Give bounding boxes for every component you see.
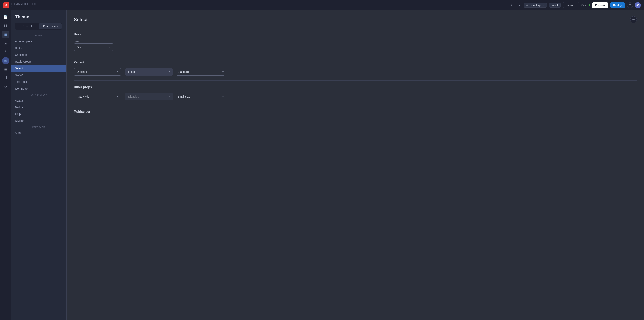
project-name: [ProServ] Jebel-FT: Home: [12, 2, 37, 5]
auto-width-select[interactable]: Auto Width ▾: [74, 93, 121, 100]
sidebar-header: Theme General Components: [11, 10, 66, 33]
small-size-select[interactable]: Small size ▾: [177, 93, 224, 100]
backup-label: Backup: [566, 3, 574, 6]
other-props-row: Auto Width ▾ Disabled ▾ Small size ▾: [74, 93, 637, 100]
help-button[interactable]: ?: [627, 2, 633, 8]
sidebar-item-grid[interactable]: ⊡: [2, 66, 9, 73]
sidebar-item-divider[interactable]: Divider: [11, 117, 66, 124]
sidebar-item-text-field[interactable]: Text Field: [11, 78, 66, 85]
multiselect-section-title: Multiselect: [74, 110, 637, 114]
small-size-select-wrap: Small size ▾: [177, 93, 224, 100]
chevron-down-icon: ▾: [222, 70, 224, 73]
filled-select-value: Filled: [128, 70, 135, 73]
app-logo: 8: [3, 2, 9, 8]
section-input: INPUT: [11, 33, 66, 38]
filled-select[interactable]: Filled ▾: [125, 68, 173, 76]
basic-demo-row: Select One ▾: [74, 40, 637, 51]
filled-select-wrap: Filled ▾: [125, 68, 173, 76]
code-toggle-button[interactable]: </>: [630, 16, 637, 23]
chevron-down-icon: ▾: [222, 95, 224, 98]
page-title: Select: [74, 17, 88, 22]
sidebar-item-autocomplete[interactable]: Autocomplete: [11, 38, 66, 45]
sidebar-item-checkbox[interactable]: Checkbox: [11, 51, 66, 58]
sidebar-item-icon-button[interactable]: Icon Button: [11, 85, 66, 92]
sidebar-item-code[interactable]: { }: [2, 22, 9, 29]
tab-components[interactable]: Components: [39, 23, 62, 29]
chevron-down-icon: ▾: [117, 95, 118, 98]
divider-variant: [74, 56, 637, 56]
chevron-down-icon: ▾: [543, 3, 544, 6]
standard-select[interactable]: Standard ▾: [177, 68, 224, 76]
disabled-select-value: Disabled: [128, 95, 139, 98]
undo-redo-group: ↩ ↪: [510, 2, 521, 8]
divider-top: [74, 28, 637, 28]
content-header: Select </>: [74, 16, 637, 23]
monitor-icon: 🖥: [526, 3, 528, 6]
section-data-display: DATA DISPLAY: [11, 92, 66, 97]
divider-props: [74, 80, 637, 81]
chevron-down-icon: ▾: [117, 70, 118, 73]
topbar: 8 [ProServ] Jebel-FT: Home / ↩ ↪ 🖥 Extra…: [0, 0, 644, 10]
standard-select-value: Standard: [178, 70, 189, 73]
sidebar-item-plugin[interactable]: ◎: [2, 57, 9, 64]
sidebar-item-button[interactable]: Button: [11, 45, 66, 51]
basic-select[interactable]: One ▾: [74, 43, 113, 51]
outlined-select[interactable]: Outlined ▾: [74, 68, 121, 76]
tab-general[interactable]: General: [16, 23, 39, 29]
basic-select-value: One: [77, 45, 82, 49]
sidebar-item-document[interactable]: 📄: [2, 13, 9, 20]
sidebar-item-badge[interactable]: Badge: [11, 104, 66, 111]
save-button[interactable]: Save: [582, 3, 590, 6]
auto-width-select-wrap: Auto Width ▾: [74, 93, 121, 100]
chevron-down-icon: ▾: [109, 46, 110, 48]
undo-button[interactable]: ↩: [510, 2, 514, 8]
icon-nav: 📄 { } ⊞ ☁ ƒ ◎ ⊡ 🗄 ⚙: [0, 10, 11, 320]
disabled-select-wrap: Disabled ▾: [125, 93, 173, 100]
basic-section-title: Basic: [74, 33, 637, 36]
backup-button[interactable]: Backup ▾: [563, 2, 579, 8]
sidebar-item-layout[interactable]: ⊞: [2, 31, 9, 38]
sidebar-item-settings[interactable]: ⚙: [2, 83, 9, 90]
tab-group: General Components: [15, 22, 62, 29]
chevron-down-icon: ▾: [169, 70, 170, 73]
sidebar-item-switch[interactable]: Switch: [11, 72, 66, 78]
content-area: Select </> Basic Select One ▾ Variant Ou…: [66, 10, 644, 320]
disabled-select[interactable]: Disabled ▾: [125, 93, 173, 100]
sidebar-item-database[interactable]: 🗄: [2, 74, 9, 82]
avatar[interactable]: SS: [635, 2, 641, 8]
topbar-actions: Backup ▾ Save Preview Deploy ? SS: [563, 2, 641, 8]
breadcrumb: /: [12, 5, 37, 7]
sidebar-item-cloud[interactable]: ☁: [2, 40, 9, 47]
basic-select-label: Select: [74, 40, 113, 42]
sidebar: Theme General Components INPUT Autocompl…: [11, 10, 66, 320]
chevron-down-icon: ▾: [169, 95, 170, 98]
save-label: Save: [582, 3, 587, 6]
section-feedback: FEEDBACK: [11, 124, 66, 129]
standard-select-wrap: Standard ▾: [177, 68, 224, 76]
auto-width-select-value: Auto Width: [77, 95, 90, 98]
chevron-down-icon: ▾: [576, 3, 577, 6]
sidebar-item-function[interactable]: ƒ: [2, 48, 9, 55]
sidebar-item-radio-group[interactable]: Radio Group: [11, 58, 66, 65]
device-selector[interactable]: 🖥 Extra large ▾: [524, 2, 547, 7]
divider-multiselect: [74, 105, 637, 105]
sidebar-item-chip[interactable]: Chip: [11, 111, 66, 117]
basic-select-wrap: Select One ▾: [74, 40, 113, 51]
preview-button[interactable]: Preview: [592, 2, 608, 8]
sidebar-item-select[interactable]: Select: [11, 65, 66, 72]
small-size-select-value: Small size: [178, 95, 190, 98]
sidebar-item-alert[interactable]: Alert: [11, 129, 66, 136]
outlined-select-wrap: Outlined ▾: [74, 68, 121, 76]
project-title: [ProServ] Jebel-FT: Home /: [12, 2, 37, 7]
device-label: Extra large: [530, 3, 542, 6]
sidebar-item-avatar[interactable]: Avatar: [11, 97, 66, 104]
deploy-button[interactable]: Deploy: [610, 2, 625, 8]
stepper-icon: ⬍: [556, 3, 559, 6]
redo-button[interactable]: ↪: [516, 2, 521, 8]
variant-demo-row: Outlined ▾ Filled ▾ Standard ▾: [74, 68, 637, 76]
sidebar-title: Theme: [15, 14, 62, 19]
other-props-section-title: Other props: [74, 85, 637, 89]
auto-value: auto: [551, 3, 556, 6]
main-layout: 📄 { } ⊞ ☁ ƒ ◎ ⊡ 🗄 ⚙ Theme General Compon…: [0, 10, 644, 320]
auto-input[interactable]: auto ⬍: [549, 2, 560, 7]
